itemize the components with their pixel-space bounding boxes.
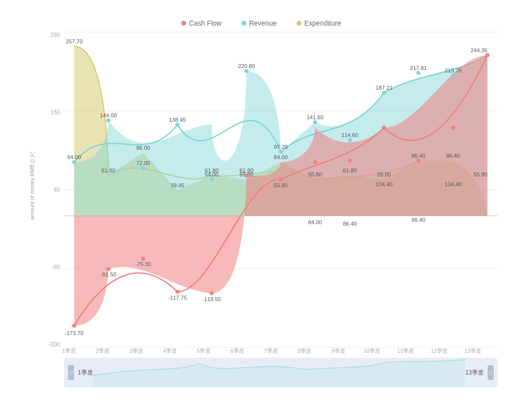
chart-area: amount of money RMB (万) 280 160 40 -80 -… [25,32,498,347]
exp-label-5: 61.80 [205,168,219,173]
x-ticks: 1季度 2季度 3季度 4季度 5季度 6季度 7季度 8季度 9季度 10季度… [64,347,498,355]
cf-dot-4 [175,290,179,294]
x-tick-3: 3季度 [127,347,146,355]
legend-item-cashflow: Cash Flow [181,19,222,27]
y-tick--200: -200 [39,341,60,347]
cf-label-3: -75.30 [135,261,151,267]
cashflow-dot [181,21,186,26]
cf-label-8: 84.00 [308,219,322,225]
y-tick-280: 280 [39,32,60,38]
cf-label-1: -173.70 [65,330,83,336]
cf-dot-12 [451,126,455,130]
mini-label-right: 13季度 [466,369,488,377]
x-tick-2: 2季度 [93,347,112,355]
x-tick-12: 12季度 [430,347,449,355]
revenue-dot-8 [313,120,317,124]
cf-dot-6 [244,173,248,177]
exp-label-3: 96.00 [136,145,150,151]
revenue-dot [241,21,246,26]
revenue-label-3: 72.00 [136,160,150,166]
cf-dot-9 [348,159,352,163]
cf-label-9: 86.40 [343,221,357,227]
revenue-label-1: 84.00 [67,154,81,160]
x-tick-6: 6季度 [228,347,247,355]
exp-label-2: 61.80 [101,168,115,173]
mini-chart-svg [93,358,466,387]
x-tick-9: 9季度 [329,347,348,355]
revenue-dot-11 [416,71,420,75]
cf-label-7: 55.80 [274,182,288,188]
y-tick-160: 160 [39,109,60,115]
mini-handle-left[interactable]: ⟨⟩ [68,365,74,380]
exp-label-12: 86.40 [446,153,460,159]
chart-container: Cash Flow Revenue Expenditure amount of … [15,9,517,399]
cf-dot-7 [279,177,283,181]
exp-label-9: 61.80 [343,168,357,173]
revenue-dot-5 [210,177,214,181]
revenue-dot-10 [382,91,386,95]
revenue-label-9: 114.60 [341,132,358,138]
plot-area: 84.00 144.00 72.00 138.45 54.00 220.80 9… [64,32,498,347]
cf-dot-11 [416,159,420,163]
revenue-label-4: 138.45 [169,117,186,123]
cf-dot-5 [210,291,214,295]
x-tick-1: 1季度 [59,347,79,355]
x-tick-5: 5季度 [194,347,213,355]
revenue-label-2: 144.00 [100,112,117,118]
cf-label-12: 134.40 [445,181,462,187]
chart-svg: 84.00 144.00 72.00 138.45 54.00 220.80 9… [64,32,498,347]
expenditure-dot [297,21,301,26]
x-tick-8: 8季度 [295,347,314,355]
revenue-dot-9 [348,138,352,142]
cf-label-10: 134.40 [376,181,393,187]
legend-item-expenditure: Expenditure [297,19,341,27]
exp-label-13: 55.80 [473,171,487,177]
revenue-label: Revenue [249,19,277,27]
cf-dot-1 [72,324,76,328]
mini-chart-inner[interactable] [93,358,466,387]
mini-revenue-fill [93,360,466,387]
y-axis-label: amount of money RMB (万) [25,32,39,347]
mini-handle-right[interactable]: ⟨⟩ [488,365,494,380]
exp-label-11: 86.40 [411,153,425,159]
x-tick-4: 4季度 [160,347,180,355]
expenditure-label: Expenditure [304,19,341,27]
cf-label-5: -119.55 [202,296,221,302]
cashflow-label: Cash Flow [189,19,222,27]
cf-dot-13 [485,53,489,57]
x-tick-11: 11季度 [396,347,415,355]
exp-label-8: 55.80 [308,171,322,177]
exp-label-4: 39.45 [170,182,184,188]
y-tick--80: -80 [39,264,60,270]
revenue-dot-6 [244,69,248,73]
cf-label-6: 61.80 [239,168,253,173]
cf-dot-2 [106,267,110,271]
revenue-label-11: 217.81 [410,65,427,71]
exp-label-1: 257.70 [66,38,82,44]
revenue-label-13: 244.36 [470,47,487,53]
legend-item-revenue: Revenue [241,19,277,27]
revenue-dot-3 [141,167,145,170]
x-tick-13: 13季度 [463,347,483,355]
revenue-label-6: 220.80 [238,63,255,69]
revenue-dot-4 [175,123,179,127]
revenue-label-8: 141.60 [306,114,323,120]
cf-label-2: -91.50 [100,272,116,277]
mini-label-left: 1季度 [74,369,93,377]
revenue-label-10: 187.21 [376,85,393,91]
y-axis: 280 160 40 -80 -200 [39,32,64,347]
exp-label-7: 84.00 [274,154,288,160]
revenue-dot-12 [451,73,455,77]
x-tick-10: 10季度 [362,347,382,355]
revenue-dot-2 [106,118,110,122]
cf-dot-8 [313,160,317,164]
cf-label-4: -117.75 [168,295,187,301]
revenue-dot-7 [279,150,283,154]
exp-label-10: 55.80 [377,171,391,177]
cf-dot-3 [141,257,145,261]
cf-dot-10 [382,126,386,130]
cf-label-11: 86.40 [411,217,425,223]
mini-chart: ⟨⟩ 1季度 13季度 ⟨⟩ [64,358,498,387]
chart-legend: Cash Flow Revenue Expenditure [25,19,498,27]
y-tick-40: 40 [39,187,60,193]
